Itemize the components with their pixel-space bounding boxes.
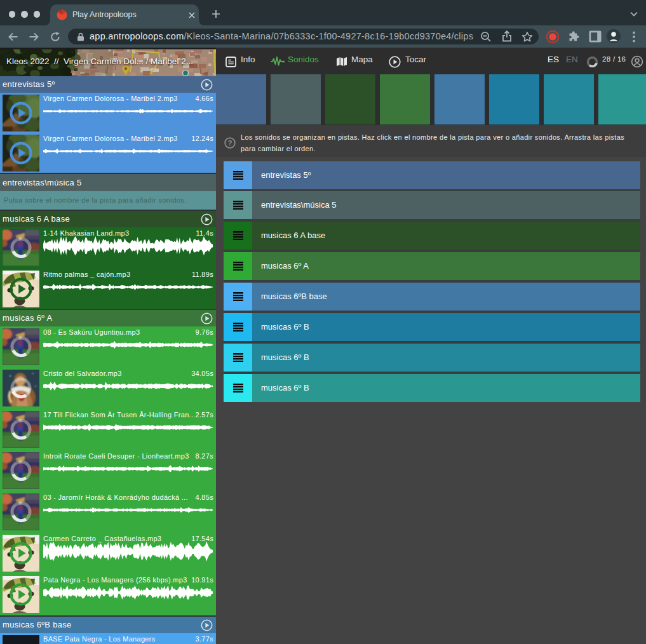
svg-text:?: ? xyxy=(227,139,232,147)
